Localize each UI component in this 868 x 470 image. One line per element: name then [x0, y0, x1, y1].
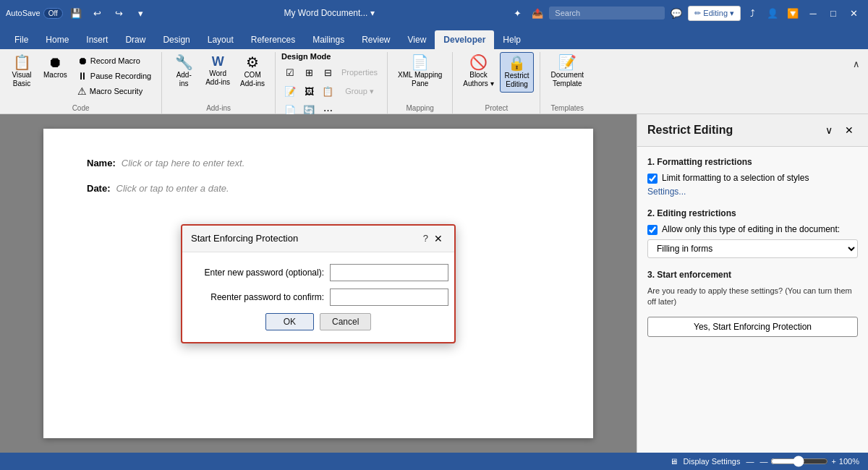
ribbon: 📋 VisualBasic ⏺ Macros ⏺ Record Macro ⏸ … — [0, 49, 868, 114]
dialog-cancel-button[interactable]: Cancel — [320, 313, 371, 330]
enforce-protection-button[interactable]: Yes, Start Enforcing Protection — [647, 317, 858, 337]
com-addins-button[interactable]: ⚙ COMAdd-ins — [236, 52, 269, 91]
restrict-editing-icon: 🔒 — [508, 56, 526, 70]
section1-title: 1. Formatting restrictions — [647, 157, 858, 167]
macros-button[interactable]: ⏺ Macros — [39, 52, 72, 82]
undo-icon[interactable]: ↩ — [89, 4, 106, 22]
restrict-editing-button[interactable]: 🔒 RestrictEditing — [500, 52, 535, 93]
confirm-password-label: Reenter password to confirm: — [194, 292, 324, 302]
customize-icon[interactable]: ▾ — [132, 4, 150, 22]
ribbon-group-addins: 🔧 Add-ins W WordAdd-ins ⚙ COMAdd-ins Add… — [162, 52, 276, 114]
record-macro-button[interactable]: ⏺ Record Macro — [73, 54, 156, 68]
minimize-icon[interactable]: ─ — [804, 4, 822, 22]
title-bar-left: AutoSave Off 💾 ↩ ↪ ▾ — [6, 4, 150, 22]
templates-group-label: Templates — [550, 103, 584, 114]
dialog-overlay: Start Enforcing Protection ? ✕ Enter new… — [0, 114, 637, 453]
editing-button[interactable]: ✏ Editing ▾ — [688, 6, 741, 21]
restrict-editing-label: RestrictEditing — [505, 72, 529, 89]
sidebar-collapse-icon[interactable]: ∨ — [820, 121, 838, 139]
ribbon-expand-icon[interactable]: ∧ — [848, 55, 865, 72]
formatting-checkbox-label: Limit formatting to a selection of style… — [662, 173, 809, 183]
macros-label: Macros — [43, 71, 67, 80]
profile-icon[interactable]: 👤 — [764, 4, 781, 22]
share2-icon[interactable]: ⤴ — [744, 4, 761, 22]
ribbon-minimize-icon[interactable]: 🔽 — [784, 4, 801, 22]
tab-mailings[interactable]: Mailings — [304, 30, 353, 49]
password-row: Enter new password (optional): — [194, 264, 443, 281]
password-input[interactable] — [330, 264, 448, 281]
tab-file[interactable]: File — [6, 30, 37, 49]
ribbon-group-controls: Design Mode ☑ ⊞ ⊟ Properties 📝 🖼 📋 Group… — [276, 52, 388, 114]
section2-title: 2. Editing restrictions — [647, 208, 858, 218]
visual-basic-button[interactable]: 📋 VisualBasic — [6, 52, 38, 91]
tab-layout[interactable]: Layout — [199, 30, 242, 49]
image-icon[interactable]: 🖼 — [300, 82, 318, 100]
checkbox3-icon[interactable]: ⊟ — [319, 64, 336, 81]
save-icon[interactable]: 💾 — [67, 4, 85, 22]
addins-group-label: Add-ins — [206, 103, 231, 114]
restrict-editing-sidebar: Restrict Editing ∨ ✕ 1. Formatting restr… — [637, 114, 868, 453]
enforcement-description: Are you ready to apply these settings? (… — [647, 286, 858, 308]
block-authors-button[interactable]: 🚫 BlockAuthors ▾ — [459, 52, 498, 91]
comments-icon[interactable]: 💬 — [668, 4, 685, 22]
share-icon[interactable]: 📤 — [529, 4, 546, 22]
display-settings-label[interactable]: Display Settings — [684, 457, 741, 466]
editing-type-dropdown[interactable]: Filling in forms No changes (Read only) … — [647, 239, 858, 258]
dialog-close-button[interactable]: ✕ — [431, 231, 446, 246]
search-input[interactable] — [549, 7, 665, 20]
xml-mapping-button[interactable]: 📄 XML MappingPane — [393, 52, 446, 91]
tab-references[interactable]: References — [242, 30, 304, 49]
checkbox2-icon[interactable]: ⊞ — [300, 64, 318, 81]
autosave-toggle[interactable]: Off — [43, 8, 63, 19]
dialog-title: Start Enforcing Protection — [191, 233, 298, 244]
zoom-slider[interactable] — [770, 456, 828, 467]
dialog-ok-button[interactable]: OK — [265, 313, 314, 330]
properties-icon: Properties — [338, 64, 381, 81]
autosave-label: AutoSave — [6, 9, 41, 17]
pause-recording-button[interactable]: ⏸ Pause Recording — [73, 69, 156, 83]
visual-basic-label: VisualBasic — [12, 71, 31, 88]
ribbon-group-protect: 🚫 BlockAuthors ▾ 🔒 RestrictEditing Prote… — [453, 52, 540, 114]
redo-icon[interactable]: ↪ — [111, 4, 128, 22]
tab-developer[interactable]: Developer — [435, 30, 494, 49]
dialog-titlebar: Start Enforcing Protection ? ✕ — [182, 226, 454, 252]
xml-mapping-label: XML MappingPane — [398, 71, 442, 88]
tab-draw[interactable]: Draw — [116, 30, 154, 49]
tab-insert[interactable]: Insert — [77, 30, 116, 49]
settings-link[interactable]: Settings... — [647, 187, 858, 197]
document-template-button[interactable]: 📝 DocumentTemplate — [546, 52, 588, 91]
group-icon: Group ▾ — [338, 82, 381, 100]
title-bar: AutoSave Off 💾 ↩ ↪ ▾ My Word Document...… — [0, 0, 868, 26]
formatting-checkbox[interactable] — [647, 174, 658, 184]
word-addins-button[interactable]: W WordAdd-ins — [201, 52, 234, 90]
tab-review[interactable]: Review — [353, 30, 399, 49]
pause-recording-icon: ⏸ — [77, 70, 88, 82]
textbox-icon[interactable]: 📝 — [281, 82, 299, 100]
status-bar: 🖥 Display Settings — — + 100% — [0, 453, 868, 470]
com-addins-label: COMAdd-ins — [240, 71, 265, 88]
confirm-password-input[interactable] — [330, 289, 448, 306]
checkbox-icon[interactable]: ☑ — [281, 64, 299, 81]
close-icon[interactable]: ✕ — [845, 4, 862, 22]
combobox-icon[interactable]: 📋 — [319, 82, 336, 100]
document-template-icon: 📝 — [558, 55, 576, 69]
tab-help[interactable]: Help — [494, 30, 529, 49]
code-group-label: Code — [72, 103, 90, 114]
title-bar-right: ✦ 📤 💬 ✏ Editing ▾ ⤴ 👤 🔽 ─ □ ✕ — [509, 4, 862, 22]
tab-home[interactable]: Home — [37, 30, 77, 49]
tab-design[interactable]: Design — [154, 30, 198, 49]
sidebar-section-editing: 2. Editing restrictions Allow only this … — [647, 208, 858, 258]
maximize-icon[interactable]: □ — [825, 4, 842, 22]
mapping-group-label: Mapping — [406, 103, 433, 114]
xml-mapping-icon: 📄 — [411, 55, 429, 69]
sidebar-close-icon[interactable]: ✕ — [841, 121, 858, 139]
copilot-icon[interactable]: ✦ — [509, 4, 526, 22]
password-label: Enter new password (optional): — [194, 268, 324, 278]
addins-button[interactable]: 🔧 Add-ins — [168, 52, 200, 91]
com-addins-icon: ⚙ — [246, 55, 259, 69]
macro-security-button[interactable]: ⚠ Macro Security — [73, 84, 156, 98]
tab-view[interactable]: View — [399, 30, 435, 49]
ribbon-group-code: 📋 VisualBasic ⏺ Macros ⏺ Record Macro ⏸ … — [0, 52, 162, 114]
dialog-help-icon[interactable]: ? — [423, 233, 428, 244]
editing-checkbox[interactable] — [647, 225, 658, 235]
